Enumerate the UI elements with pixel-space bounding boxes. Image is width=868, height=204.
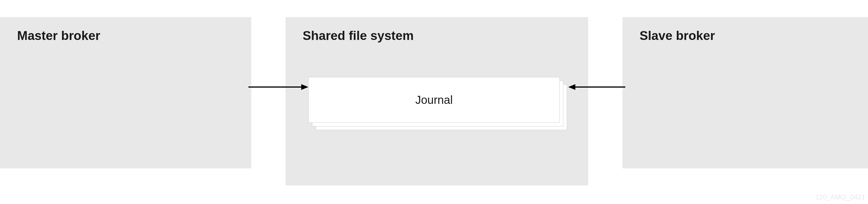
- slave-broker-box: Slave broker: [622, 17, 868, 168]
- diagram-container: Master broker Shared file system Journal…: [0, 0, 868, 204]
- journal-stack: Journal: [308, 77, 565, 128]
- master-broker-title: Master broker: [17, 29, 234, 43]
- journal-layer-front: Journal: [308, 77, 560, 123]
- shared-file-system-title: Shared file system: [303, 29, 571, 43]
- footer-id: 120_AMQ_0421: [815, 193, 865, 201]
- arrow-slave-to-journal: [568, 83, 625, 91]
- arrow-left-icon: [568, 83, 625, 91]
- master-broker-box: Master broker: [0, 17, 251, 168]
- svg-marker-3: [568, 84, 575, 90]
- slave-broker-title: Slave broker: [640, 29, 851, 43]
- shared-file-system-box: Shared file system Journal: [285, 17, 588, 185]
- arrow-master-to-journal: [248, 83, 308, 91]
- arrow-right-icon: [248, 83, 308, 91]
- journal-label: Journal: [415, 94, 453, 106]
- svg-marker-1: [301, 84, 308, 90]
